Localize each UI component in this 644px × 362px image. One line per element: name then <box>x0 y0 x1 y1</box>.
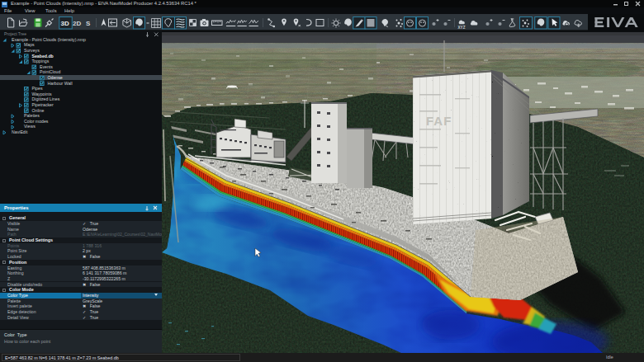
svg-text:3D: 3D <box>61 20 69 27</box>
svg-text:2D: 2D <box>73 20 81 27</box>
svg-text:FAF: FAF <box>426 114 452 128</box>
svg-text:XYZ: XYZ <box>458 25 466 29</box>
svg-text:S: S <box>86 20 91 27</box>
